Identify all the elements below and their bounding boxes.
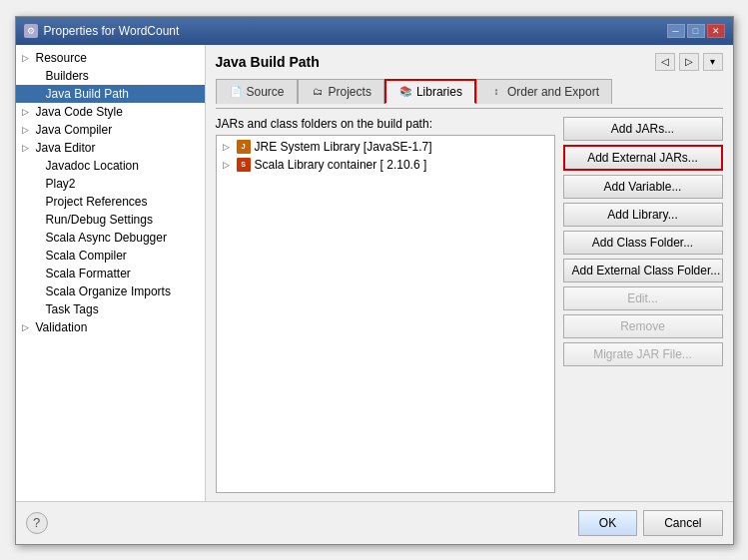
sidebar-item-label: Task Tags [46,302,99,316]
sidebar-item-java-editor[interactable]: ▷ Java Editor [16,139,205,157]
remove-button[interactable]: Remove [563,314,723,338]
tab-order-export[interactable]: ↕ Order and Export [476,79,612,104]
add-external-jars-button[interactable]: Add External JARs... [563,145,723,171]
libraries-icon: 📚 [398,85,412,99]
close-button[interactable]: ✕ [707,24,725,38]
sidebar-item-java-build-path[interactable]: Java Build Path [16,85,205,103]
right-panel: Java Build Path ◁ ▷ ▾ 📄 Source 🗂 Project… [206,45,733,501]
sidebar-item-resource[interactable]: ▷ Resource [16,49,205,67]
back-button[interactable]: ◁ [655,53,675,71]
tab-source[interactable]: 📄 Source [216,79,298,104]
properties-dialog: ⚙ Properties for WordCount ─ □ ✕ ▷ Resou… [15,16,734,545]
sidebar-item-scala-organize[interactable]: Scala Organize Imports [16,282,205,300]
sidebar-item-play2[interactable]: Play2 [16,175,205,193]
migrate-jar-button[interactable]: Migrate JAR File... [563,342,723,366]
add-library-button[interactable]: Add Library... [563,203,723,227]
sidebar-item-label: Project References [46,195,148,209]
expand-arrow-icon: ▷ [223,160,233,170]
libraries-list[interactable]: ▷ J JRE System Library [JavaSE-1.7] ▷ S … [216,135,555,493]
sidebar-item-label: Java Compiler [36,123,113,137]
sidebar-item-validation[interactable]: ▷ Validation [16,318,205,336]
dialog-icon: ⚙ [24,24,38,38]
arrow-icon: ▷ [22,143,32,153]
add-class-folder-button[interactable]: Add Class Folder... [563,231,723,255]
tab-libraries[interactable]: 📚 Libraries [384,79,476,104]
sidebar: ▷ Resource Builders Java Build Path ▷ Ja… [16,45,206,501]
sidebar-item-label: Java Build Path [46,87,129,101]
arrow-icon: ▷ [22,107,32,117]
sidebar-item-label: Java Editor [36,141,96,155]
sidebar-item-scala-async[interactable]: Scala Async Debugger [16,229,205,247]
sidebar-item-project-references[interactable]: Project References [16,193,205,211]
jre-icon: J [237,140,251,154]
list-label: JARs and class folders on the build path… [216,117,555,131]
title-bar-left: ⚙ Properties for WordCount [24,24,180,38]
sidebar-item-label: Resource [36,51,87,65]
dialog-title: Properties for WordCount [44,24,180,38]
sidebar-item-javadoc-location[interactable]: Javadoc Location [16,157,205,175]
projects-icon: 🗂 [311,85,325,99]
sidebar-item-scala-formatter[interactable]: Scala Formatter [16,265,205,282]
buttons-section: Add JARs... Add External JARs... Add Var… [563,117,723,493]
bottom-bar: ? OK Cancel [16,501,733,544]
tab-projects[interactable]: 🗂 Projects [298,79,384,104]
main-content: ▷ Resource Builders Java Build Path ▷ Ja… [16,45,733,501]
sidebar-item-label: Builders [46,69,89,83]
add-jars-button[interactable]: Add JARs... [563,117,723,141]
panel-title: Java Build Path [216,54,320,70]
panel-header: Java Build Path ◁ ▷ ▾ [216,53,723,71]
sidebar-item-label: Validation [36,320,88,334]
sidebar-item-label: Javadoc Location [46,159,139,173]
tab-label: Projects [329,85,372,99]
sidebar-item-label: Scala Organize Imports [46,284,171,298]
order-icon: ↕ [489,85,503,99]
minimize-button[interactable]: ─ [667,24,685,38]
tabs: 📄 Source 🗂 Projects 📚 Libraries ↕ Order … [216,79,723,104]
sidebar-item-java-compiler[interactable]: ▷ Java Compiler [16,121,205,139]
cancel-button[interactable]: Cancel [643,510,722,536]
sidebar-item-label: Play2 [46,177,76,191]
list-item-label: Scala Library container [ 2.10.6 ] [255,158,427,172]
sidebar-item-label: Scala Async Debugger [46,231,167,245]
forward-button[interactable]: ▷ [679,53,699,71]
sidebar-item-task-tags[interactable]: Task Tags [16,300,205,318]
sidebar-item-scala-compiler[interactable]: Scala Compiler [16,247,205,265]
list-item[interactable]: ▷ S Scala Library container [ 2.10.6 ] [219,156,552,174]
title-controls: ─ □ ✕ [667,24,725,38]
ok-button[interactable]: OK [578,510,637,536]
list-item[interactable]: ▷ J JRE System Library [JavaSE-1.7] [219,138,552,156]
sidebar-item-label: Scala Formatter [46,267,131,280]
sidebar-item-label: Scala Compiler [46,249,127,263]
add-external-class-folder-button[interactable]: Add External Class Folder... [563,259,723,282]
list-section: JARs and class folders on the build path… [216,117,555,493]
list-item-label: JRE System Library [JavaSE-1.7] [255,140,432,154]
arrow-icon: ▷ [22,125,32,135]
sidebar-item-run-debug[interactable]: Run/Debug Settings [16,211,205,229]
content-area: JARs and class folders on the build path… [216,108,723,493]
tab-label: Order and Export [507,85,599,99]
dropdown-button[interactable]: ▾ [703,53,723,71]
sidebar-item-label: Java Code Style [36,105,123,119]
sidebar-item-label: Run/Debug Settings [46,213,153,227]
arrow-icon: ▷ [22,322,32,332]
sidebar-item-builders[interactable]: Builders [16,67,205,85]
source-icon: 📄 [229,85,243,99]
tab-label: Libraries [416,85,462,99]
expand-arrow-icon: ▷ [223,142,233,152]
arrow-icon: ▷ [22,53,32,63]
maximize-button[interactable]: □ [687,24,705,38]
help-button[interactable]: ? [26,512,48,534]
tab-label: Source [247,85,285,99]
title-bar: ⚙ Properties for WordCount ─ □ ✕ [16,17,733,45]
sidebar-item-java-code-style[interactable]: ▷ Java Code Style [16,103,205,121]
add-variable-button[interactable]: Add Variable... [563,175,723,199]
edit-button[interactable]: Edit... [563,286,723,310]
nav-arrows: ◁ ▷ ▾ [655,53,723,71]
bottom-buttons: OK Cancel [578,510,723,536]
scala-icon: S [237,158,251,172]
